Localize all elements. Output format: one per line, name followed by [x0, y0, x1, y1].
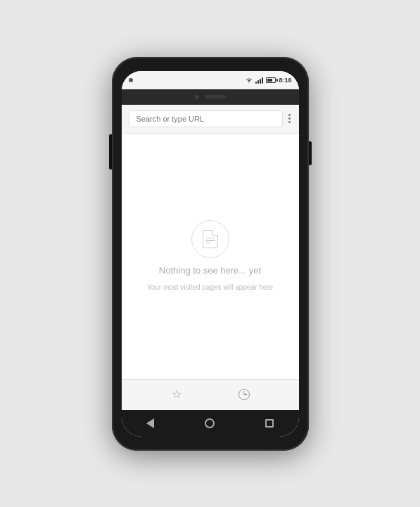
status-right: 8:16 [246, 77, 291, 84]
url-input[interactable] [129, 110, 283, 127]
doc-lines [205, 238, 215, 244]
status-left [129, 78, 133, 82]
camera-area [122, 89, 299, 105]
browser-area: Nothing to see here... yet Your most vis… [122, 105, 299, 410]
wifi-icon [246, 77, 253, 83]
url-bar [122, 105, 299, 134]
android-nav-bar [122, 410, 299, 437]
doc-line-1 [205, 238, 215, 239]
bookmarks-button[interactable]: ☆ [166, 384, 187, 405]
main-content: Nothing to see here... yet Your most vis… [122, 134, 299, 379]
recents-icon [265, 419, 274, 428]
battery-icon [266, 77, 276, 83]
status-time: 8:16 [279, 77, 291, 84]
back-icon [146, 418, 154, 428]
empty-state: Nothing to see here... yet Your most vis… [147, 220, 273, 293]
notification-dot [129, 78, 133, 82]
home-button[interactable] [205, 418, 215, 428]
clock-icon [238, 389, 250, 400]
phone-device: 8:16 [112, 57, 309, 451]
doc-line-3 [205, 243, 211, 244]
empty-title: Nothing to see here... yet [159, 265, 261, 276]
star-icon: ☆ [172, 389, 182, 400]
svg-point-0 [249, 82, 250, 83]
back-button[interactable] [146, 418, 154, 428]
bottom-toolbar: ☆ [122, 379, 299, 410]
status-bar: 8:16 [122, 71, 299, 89]
speaker-grille [205, 95, 226, 98]
document-icon [203, 230, 218, 248]
empty-icon-circle [191, 220, 229, 258]
more-options-button[interactable] [287, 113, 292, 124]
camera-icon [195, 95, 199, 99]
battery-fill [267, 79, 272, 82]
history-button[interactable] [234, 384, 255, 405]
empty-subtitle: Your most visited pages will appear here [147, 283, 273, 293]
recents-button[interactable] [265, 419, 274, 428]
home-icon [205, 418, 215, 428]
signal-icon [255, 77, 263, 84]
doc-line-2 [205, 240, 215, 241]
phone-screen: 8:16 [122, 71, 299, 437]
